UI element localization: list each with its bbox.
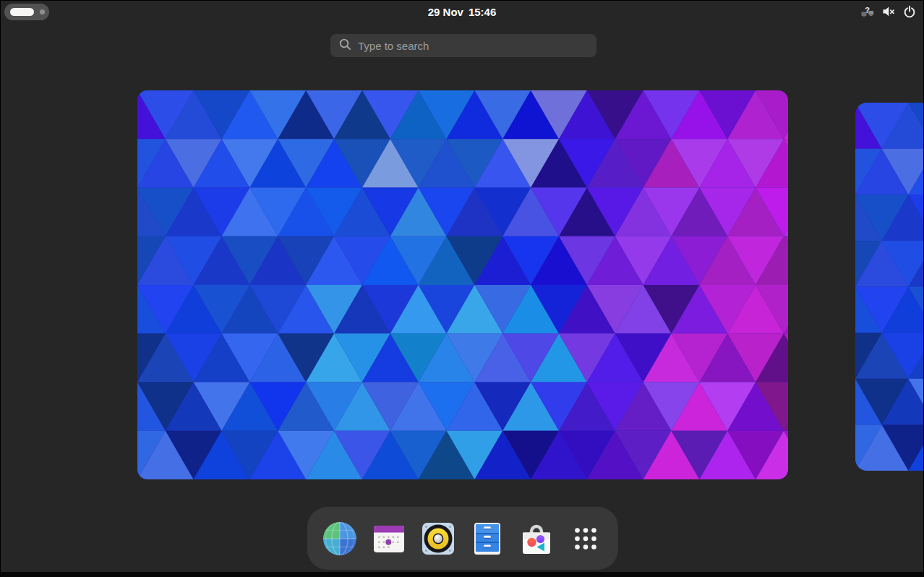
svg-text:?: ? [865,6,870,14]
globe-icon [322,521,358,557]
search-icon [339,38,351,54]
clock-button[interactable]: 29 Nov 15:46 [428,1,497,22]
wallpaper [855,103,924,471]
workspace-preview-active[interactable] [137,90,788,479]
screen-bottom-edge [1,572,923,577]
wallpaper [137,90,788,479]
speaker-icon [420,521,456,557]
workspace-preview-next[interactable] [855,103,924,471]
clock-date: 29 Nov [428,6,463,18]
dock-item-calendar[interactable] [371,521,407,557]
gnome-activities-overview: 29 Nov 15:46 ? [0,0,924,577]
calendar-icon [371,521,407,557]
shopping-bag-icon [518,521,555,557]
clock-time: 15:46 [469,6,496,18]
volume-muted-icon [882,6,895,17]
app-grid-icon [568,521,604,557]
dock-item-software-store[interactable] [518,521,555,557]
file-cabinet-icon [469,521,505,557]
dock-item-music-player[interactable] [420,521,456,557]
workspace-pill-active [10,8,34,16]
dock-item-show-apps[interactable] [568,521,604,557]
top-bar: 29 Nov 15:46 ? [1,1,923,22]
power-icon [903,5,916,18]
dock-item-files[interactable] [469,521,505,557]
dash-dock [307,507,618,570]
dock-item-web-browser[interactable] [322,521,358,557]
workspace-indicator[interactable] [4,4,49,20]
network-unknown-icon: ? [861,6,874,18]
quick-settings-button[interactable]: ? [861,1,916,22]
search-input[interactable] [358,40,588,52]
search-box[interactable] [330,34,596,57]
workspace-dot-inactive [40,9,45,14]
